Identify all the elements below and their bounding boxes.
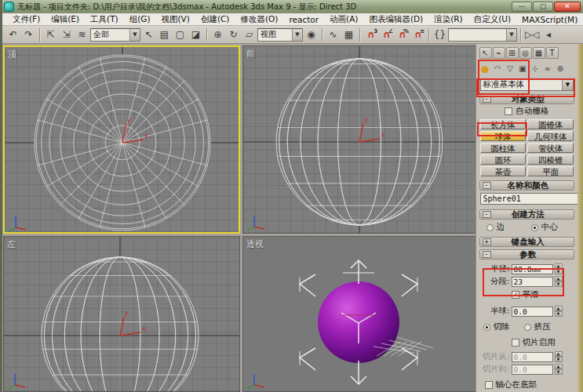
object-type-button-圆锥体[interactable]: 圆锥体 (527, 119, 574, 129)
select-and-move-icon[interactable]: ⊕ (210, 27, 225, 42)
object-type-button-管状体[interactable]: 管状体 (527, 143, 574, 153)
collapse-icon[interactable]: - (483, 96, 491, 103)
chevron-down-icon[interactable]: ▼ (129, 29, 140, 41)
spinner-snap-icon[interactable]: ∩≡ (410, 27, 425, 42)
object-type-button-几何球体[interactable]: 几何球体 (527, 131, 574, 141)
viewport-top-label[interactable]: 顶 (8, 49, 16, 60)
rollout-parameters[interactable]: - 参数 (479, 249, 575, 260)
title-bar[interactable]: 无标题 - 项目文件夹: D:\用户目录\我的文档\3dsmax - Autod… (2, 0, 583, 13)
rollout-object-type[interactable]: - 对象类型 (479, 94, 575, 104)
tab-motion-icon[interactable]: ◎ (519, 47, 532, 59)
object-type-button-球体[interactable]: 球体 (480, 131, 527, 141)
maximize-icon[interactable]: ▢ (533, 2, 553, 12)
collapse-icon[interactable]: - (483, 211, 491, 218)
named-selection-sets-dropdown[interactable]: ▼ (448, 28, 517, 42)
menu-item-5[interactable]: 创建(C) (195, 14, 235, 25)
chevron-down-icon[interactable]: ▼ (562, 79, 573, 90)
render-shortcut-icon[interactable]: ▦ (341, 27, 356, 42)
tab-utilities-icon[interactable]: T (546, 47, 559, 59)
segments-field[interactable]: 23 (512, 277, 553, 287)
menu-item-7[interactable]: reactor (283, 15, 324, 24)
object-type-button-圆环[interactable]: 圆环 (480, 154, 527, 165)
menu-item-12[interactable]: MAXScript(M) (516, 15, 583, 24)
object-type-button-平面[interactable]: 平面 (527, 166, 574, 176)
angle-snap-icon[interactable]: ∩∠ (379, 27, 394, 42)
mirror-icon[interactable]: ▷◁ (524, 27, 540, 42)
rollout-keyboard-entry[interactable]: + 键盘输入 (479, 237, 575, 247)
chevron-down-icon[interactable]: ▼ (292, 29, 302, 41)
minimize-icon[interactable]: — (512, 2, 532, 12)
select-and-link-icon[interactable]: ⇱ (43, 27, 58, 42)
menu-item-0[interactable]: 文件(F) (7, 14, 46, 25)
object-name-input[interactable] (480, 193, 578, 205)
rollout-name-color[interactable]: - 名称和颜色 (479, 180, 575, 191)
menu-item-8[interactable]: 动画(A) (324, 14, 363, 25)
viewport-front-label[interactable]: 前 (246, 48, 255, 60)
menu-item-3[interactable]: 组(G) (124, 14, 156, 25)
bind-to-space-warp-icon[interactable]: ≋ (75, 27, 89, 42)
radius-field[interactable]: 80.0mm (512, 264, 553, 274)
squash-radio[interactable] (524, 324, 531, 331)
object-type-button-长方体[interactable]: 长方体 (480, 119, 527, 129)
viewport-top[interactable]: 顶 xy (3, 45, 240, 234)
use-pivot-point-center-icon[interactable]: ◉ (304, 27, 319, 42)
edge-radio[interactable] (486, 224, 494, 231)
viewport-left-label[interactable]: 左 (7, 238, 16, 250)
menu-item-9[interactable]: 图表编辑器(D) (363, 14, 428, 25)
radius-spinner[interactable]: ▲▼ (555, 263, 563, 274)
subtab-lights-icon[interactable]: ▽ (505, 63, 516, 74)
reference-coordinate-dropdown[interactable]: 视图▼ (257, 28, 303, 42)
select-and-manipulate-icon[interactable]: ∿ (326, 27, 341, 42)
menu-item-4[interactable]: 视图(V) (156, 14, 195, 25)
viewport-left[interactable]: 左 xy (3, 236, 240, 392)
percent-snap-icon[interactable]: ∩% (395, 27, 410, 42)
close-icon[interactable]: ✕ (554, 2, 581, 12)
unlink-selection-icon[interactable]: ⇲ (59, 27, 74, 42)
menu-item-6[interactable]: 修改器(O) (235, 14, 283, 25)
tab-hierarchy-icon[interactable]: ⊞ (506, 47, 519, 59)
segments-spinner[interactable]: ▲▼ (555, 276, 563, 287)
object-type-button-四棱锥[interactable]: 四棱锥 (527, 154, 574, 165)
toolbar-scroll-icon[interactable]: ◂ (541, 27, 556, 42)
rectangular-selection-region-icon[interactable]: ▢ (173, 27, 188, 42)
smooth-checkbox[interactable]: ✓ (512, 291, 519, 299)
menu-item-1[interactable]: 编辑(E) (46, 14, 85, 25)
chevron-down-icon[interactable]: ▼ (506, 29, 516, 41)
hemisphere-field[interactable]: 0.0 (512, 307, 553, 317)
undo-icon[interactable]: ↶ (5, 27, 20, 42)
select-and-scale-icon[interactable]: ▱ (242, 27, 257, 42)
primitive-category-dropdown[interactable]: 标准基本体 ▼ (480, 78, 574, 91)
redo-icon[interactable]: ↷ (21, 27, 36, 42)
collapse-icon[interactable]: - (483, 251, 491, 258)
select-by-name-icon[interactable]: ▤ (157, 27, 172, 42)
menu-item-11[interactable]: 自定义(U) (468, 14, 516, 25)
menu-item-10[interactable]: 渲染(R) (428, 14, 468, 25)
base-to-pivot-checkbox[interactable] (485, 381, 493, 389)
tab-create-icon[interactable]: ↖ (479, 47, 492, 59)
chop-radio[interactable] (483, 324, 490, 331)
subtab-shapes-icon[interactable]: ◠ (492, 63, 504, 74)
rollout-creation-method[interactable]: - 创建方法 (479, 209, 575, 220)
tab-modify-icon[interactable]: ⌁ (493, 47, 505, 59)
select-and-rotate-icon[interactable]: ↻ (226, 27, 241, 42)
hemisphere-spinner[interactable]: ▲▼ (555, 306, 563, 317)
expand-icon[interactable]: + (483, 238, 491, 245)
viewport-perspective-label[interactable]: 透视 (246, 238, 264, 250)
center-radio[interactable] (531, 224, 538, 231)
snaps-toggle-icon[interactable]: ∩3 (363, 27, 378, 42)
selection-filter-dropdown[interactable]: 全部▼ (90, 28, 140, 42)
subtab-spacewarps-icon[interactable]: ≈ (542, 63, 554, 74)
object-type-button-圆柱体[interactable]: 圆柱体 (480, 143, 527, 153)
window-crossing-icon[interactable]: ◪ (188, 27, 203, 42)
object-type-button-茶壶[interactable]: 茶壶 (480, 166, 527, 176)
viewport-front[interactable]: 前 xy (242, 45, 476, 234)
select-object-icon[interactable]: ↖ (141, 27, 156, 42)
subtab-cameras-icon[interactable]: ▣ (517, 63, 529, 74)
tab-display-icon[interactable]: ▦ (533, 47, 545, 59)
subtab-systems-icon[interactable]: ⊛ (555, 63, 567, 74)
menu-item-2[interactable]: 工具(T) (85, 14, 124, 25)
collapse-icon[interactable]: - (483, 182, 491, 189)
autogrid-checkbox[interactable] (505, 107, 512, 115)
slice-on-checkbox[interactable] (512, 339, 519, 347)
edit-named-selections-icon[interactable]: {} (432, 27, 447, 42)
